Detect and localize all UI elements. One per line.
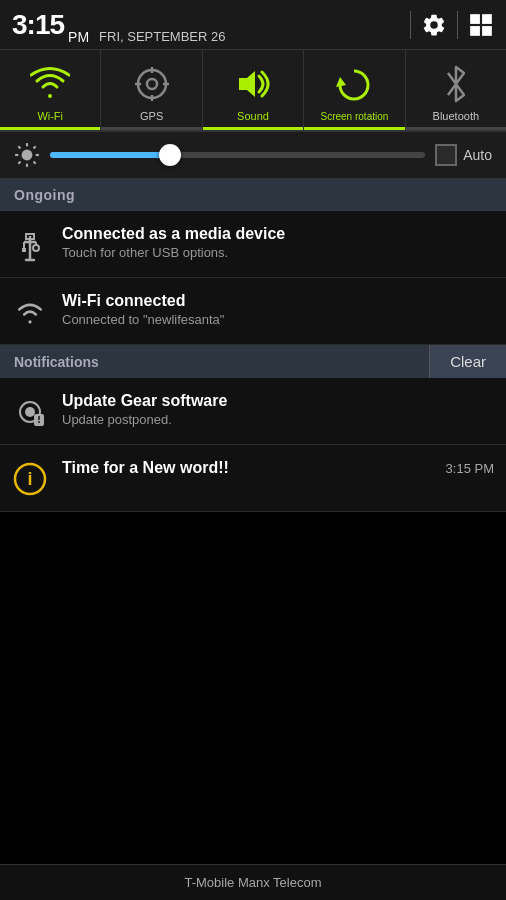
brightness-icon — [14, 142, 40, 168]
ongoing-header: Ongoing — [0, 179, 506, 211]
notifications-header-row: Notifications Clear — [0, 345, 506, 378]
wifi-notif-icon — [12, 294, 48, 330]
clear-button[interactable]: Clear — [429, 345, 506, 378]
svg-point-5 — [147, 79, 157, 89]
svg-point-30 — [25, 407, 35, 417]
status-time: 3:15 — [12, 9, 64, 41]
svg-text:i: i — [27, 469, 32, 489]
screen-rotation-label: Screen rotation — [321, 111, 389, 122]
quick-toggles: Wi-Fi GPS Sound — [0, 50, 506, 132]
bluetooth-icon-wrap — [434, 62, 478, 106]
bluetooth-label: Bluetooth — [433, 110, 479, 122]
svg-rect-0 — [470, 14, 480, 24]
brightness-slider[interactable] — [50, 152, 425, 158]
notif-wifi-subtitle: Connected to "newlifesanta" — [62, 312, 494, 327]
sound-label: Sound — [237, 110, 269, 122]
notif-wifi-title: Wi-Fi connected — [62, 292, 494, 310]
sound-icon — [233, 66, 273, 102]
svg-line-18 — [34, 162, 36, 164]
toggle-gps[interactable]: GPS — [101, 50, 202, 130]
grid-icon — [468, 12, 494, 38]
status-right-icons — [410, 11, 494, 39]
toggle-screen-rotation[interactable]: Screen rotation — [304, 50, 405, 130]
notif-word-title: Time for a New word!! — [62, 459, 432, 477]
brightness-fill — [50, 152, 170, 158]
svg-line-19 — [34, 146, 36, 148]
brightness-thumb — [159, 144, 181, 166]
svg-rect-27 — [22, 248, 26, 252]
notif-word-text: Time for a New word!! — [62, 459, 432, 477]
svg-rect-2 — [470, 26, 480, 36]
gps-icon-wrap — [130, 62, 174, 106]
brightness-row: Auto — [0, 132, 506, 179]
notif-wifi[interactable]: Wi-Fi connected Connected to "newlifesan… — [0, 278, 506, 345]
wifi-icon-wrap — [28, 62, 72, 106]
settings-icon — [421, 12, 447, 38]
toggle-wifi[interactable]: Wi-Fi — [0, 50, 101, 130]
gps-icon — [133, 65, 171, 103]
notif-gear-subtitle: Update postponed. — [62, 412, 494, 427]
svg-point-26 — [33, 245, 39, 251]
screen-rotation-icon-wrap — [332, 63, 376, 107]
svg-point-4 — [138, 70, 166, 98]
gps-label: GPS — [140, 110, 163, 122]
bottom-bar: T-Mobile Manx Telecom — [0, 864, 506, 900]
notif-word-time: 3:15 PM — [446, 461, 494, 476]
notifications-header: Notifications — [0, 345, 429, 378]
status-divider2 — [457, 11, 458, 39]
svg-marker-11 — [336, 77, 346, 87]
wifi-active-bar — [0, 127, 100, 130]
notif-usb-title: Connected as a media device — [62, 225, 494, 243]
bluetooth-active-bar — [406, 127, 506, 130]
toggle-sound[interactable]: Sound — [203, 50, 304, 130]
notif-usb-subtitle: Touch for other USB options. — [62, 245, 494, 260]
svg-rect-3 — [482, 26, 492, 36]
auto-brightness-toggle[interactable]: Auto — [435, 144, 492, 166]
svg-marker-10 — [239, 71, 255, 97]
usb-icon — [12, 227, 48, 263]
sound-active-bar — [203, 127, 303, 130]
wifi-icon — [30, 66, 70, 102]
gear-notif-icon — [12, 394, 48, 430]
status-bar: 3:15 PM FRI, SEPTEMBER 26 — [0, 0, 506, 50]
svg-line-17 — [18, 146, 20, 148]
sound-icon-wrap — [231, 62, 275, 106]
info-notif-icon: i — [12, 461, 48, 497]
status-divider — [410, 11, 411, 39]
notif-gear-title: Update Gear software — [62, 392, 494, 410]
notif-usb-text: Connected as a media device Touch for ot… — [62, 225, 494, 260]
screen-rotation-icon — [334, 67, 374, 103]
toggle-bluetooth[interactable]: Bluetooth — [406, 50, 506, 130]
bluetooth-icon — [440, 65, 472, 103]
notif-gear[interactable]: Update Gear software Update postponed. — [0, 378, 506, 445]
auto-checkbox[interactable] — [435, 144, 457, 166]
carrier-label: T-Mobile Manx Telecom — [184, 875, 321, 890]
notif-gear-text: Update Gear software Update postponed. — [62, 392, 494, 427]
rotation-active-bar — [304, 127, 404, 130]
status-date: FRI, SEPTEMBER 26 — [99, 29, 225, 44]
notif-wifi-text: Wi-Fi connected Connected to "newlifesan… — [62, 292, 494, 327]
notif-word[interactable]: i Time for a New word!! 3:15 PM — [0, 445, 506, 512]
gps-active-bar — [101, 127, 201, 130]
svg-rect-1 — [482, 14, 492, 24]
notif-usb[interactable]: Connected as a media device Touch for ot… — [0, 211, 506, 278]
status-ampm: PM — [68, 29, 89, 45]
svg-line-20 — [18, 162, 20, 164]
svg-point-33 — [38, 421, 40, 423]
wifi-label: Wi-Fi — [37, 110, 63, 122]
svg-point-12 — [22, 150, 33, 161]
auto-label: Auto — [463, 147, 492, 163]
